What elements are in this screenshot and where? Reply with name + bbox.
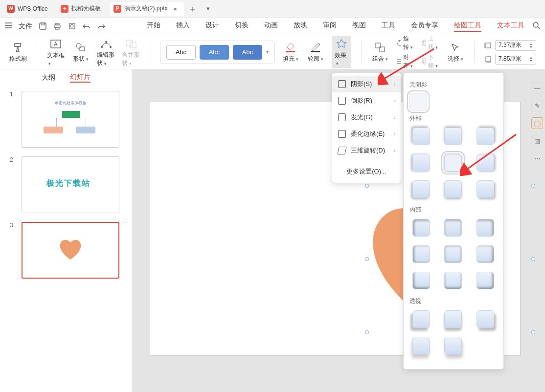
tab-slideshow[interactable]: 放映	[294, 21, 307, 32]
tab-template[interactable]: ✦ 找稻壳模板	[57, 2, 108, 16]
tab-draw-tools[interactable]: 绘图工具	[454, 21, 481, 32]
more-icon[interactable]: ⋯	[531, 152, 543, 164]
align-button[interactable]: 对齐	[396, 53, 414, 70]
menu-reflection[interactable]: 倒影(R) ›	[332, 92, 401, 109]
shadow-option[interactable]	[412, 180, 430, 198]
tab-outline[interactable]: 大纲	[42, 73, 55, 82]
shadow-option[interactable]	[477, 154, 494, 172]
menu-more-settings[interactable]: 更多设置(O)...	[332, 163, 401, 180]
select-button[interactable]: 选择	[446, 41, 464, 63]
style-preset-1[interactable]: Abc	[166, 45, 196, 60]
shadow-option[interactable]	[412, 272, 430, 289]
order-group: 上移 下移	[421, 35, 439, 70]
shadow-option[interactable]	[444, 245, 462, 263]
undo-icon[interactable]	[82, 22, 91, 31]
effect-button[interactable]: 效果	[332, 36, 351, 68]
tab-member[interactable]: 会员专享	[411, 21, 438, 32]
print-icon[interactable]	[53, 22, 62, 31]
format-painter-button[interactable]: 格式刷	[9, 41, 27, 63]
spinner-icon[interactable]: ▲▼	[529, 56, 533, 63]
shadow-option-selected[interactable]	[444, 154, 462, 172]
shadow-option[interactable]	[444, 272, 462, 289]
shadow-option[interactable]	[444, 337, 462, 354]
tab-review[interactable]: 审阅	[323, 21, 337, 32]
slide-thumbnail-2[interactable]: 极光下载站	[22, 156, 119, 213]
menu-3d-rotate[interactable]: 三维旋转(D) ›	[332, 142, 401, 159]
tab-tools[interactable]: 工具	[382, 21, 395, 32]
shadow-option[interactable]	[444, 310, 462, 328]
style-gallery[interactable]: Abc Abc Abc ▾	[160, 41, 275, 64]
save-icon[interactable]	[38, 22, 47, 31]
search-icon[interactable]	[532, 22, 540, 31]
merge-shape-icon	[125, 37, 137, 50]
move-down-button[interactable]: 下移	[421, 53, 439, 70]
shadow-option[interactable]	[477, 245, 494, 263]
width-input[interactable]: 7.85厘米 ▲▼	[495, 54, 536, 65]
menu-soft-edge[interactable]: 柔化边缘(E) ›	[332, 126, 401, 142]
tab-design[interactable]: 设计	[205, 21, 219, 32]
shadow-option[interactable]	[412, 154, 430, 172]
redo-icon[interactable]	[97, 22, 106, 31]
tab-view[interactable]: 视图	[352, 21, 366, 32]
tab-wps-home[interactable]: W WPS Office	[3, 2, 55, 16]
thumbnail-row[interactable]: 1 单击此处添加标题	[10, 91, 122, 148]
chevron-right-icon: ›	[394, 131, 396, 137]
edit-shape-button[interactable]: 编辑形状	[97, 37, 115, 67]
shadow-option[interactable]	[444, 180, 462, 198]
gallery-expand-icon[interactable]: ▾	[266, 49, 269, 55]
fill-button[interactable]: 填充	[282, 41, 300, 63]
file-menu[interactable]: 文件	[19, 22, 32, 31]
height-icon	[484, 42, 492, 49]
height-input[interactable]: 7.37厘米 ▲▼	[495, 40, 536, 51]
rotate-button[interactable]: 旋转	[396, 35, 414, 51]
tab-menu-button[interactable]: ▾	[202, 5, 215, 12]
collapse-icon[interactable]: —	[531, 82, 543, 94]
shadow-option[interactable]	[477, 128, 494, 145]
shadow-option[interactable]	[477, 180, 494, 198]
shadow-none-option[interactable]	[409, 93, 427, 110]
label: 效果	[335, 51, 348, 66]
close-tab-icon[interactable]: ●	[173, 5, 177, 12]
tab-text-tools[interactable]: 文本工具	[497, 21, 524, 32]
slide-thumbnail-1[interactable]: 单击此处添加标题	[22, 91, 119, 148]
shadow-gallery: 无阴影 外部 内部 透视	[403, 72, 504, 370]
add-tab-button[interactable]: ＋	[186, 3, 200, 15]
tab-animation[interactable]: 动画	[264, 21, 278, 32]
layout-icon[interactable]: ▥	[531, 135, 543, 147]
tab-insert[interactable]: 插入	[176, 21, 190, 32]
text-box-button[interactable]: A 文本框	[47, 38, 65, 66]
merge-shape-button[interactable]: 合并形状	[122, 37, 140, 67]
tab-transition[interactable]: 切换	[235, 21, 249, 32]
thumbnail-row[interactable]: 3	[10, 222, 122, 279]
tab-document[interactable]: P 演示文稿(2).pptx ●	[110, 2, 184, 16]
quick-access: 文件	[5, 22, 106, 31]
combine-button[interactable]: 组合	[371, 41, 389, 63]
style-preset-2[interactable]: Abc	[200, 45, 229, 60]
shadow-option[interactable]	[477, 219, 494, 237]
shadow-option[interactable]	[444, 128, 462, 145]
spinner-icon[interactable]: ▲▼	[529, 42, 533, 49]
shadow-option[interactable]	[412, 310, 430, 328]
thumbnail-row[interactable]: 2 极光下载站	[10, 156, 122, 213]
shadow-option[interactable]	[444, 219, 462, 237]
menu-shadow[interactable]: 阴影(S) ›	[332, 76, 401, 92]
menu-glow[interactable]: 发光(G) ›	[332, 109, 401, 126]
shapes-button[interactable]: 形状	[72, 41, 90, 63]
pen-icon[interactable]: ✎	[531, 100, 543, 111]
menu-icon[interactable]	[5, 22, 13, 30]
shadow-option[interactable]	[412, 219, 430, 237]
thumb-shape	[44, 127, 63, 133]
tab-slides[interactable]: 幻灯片	[70, 73, 91, 83]
slide-thumbnail-3[interactable]	[22, 222, 119, 279]
style-icon[interactable]: ◯	[531, 117, 543, 129]
shadow-option[interactable]	[412, 337, 430, 354]
print-preview-icon[interactable]	[68, 22, 76, 31]
tab-start[interactable]: 开始	[147, 21, 160, 32]
shadow-option[interactable]	[412, 128, 430, 145]
style-preset-3[interactable]: Abc	[233, 45, 262, 60]
shadow-option[interactable]	[477, 310, 494, 328]
outline-button[interactable]: 轮廓	[307, 41, 325, 63]
shadow-option[interactable]	[477, 272, 494, 289]
move-up-button[interactable]: 上移	[421, 35, 439, 51]
shadow-option[interactable]	[412, 245, 430, 263]
